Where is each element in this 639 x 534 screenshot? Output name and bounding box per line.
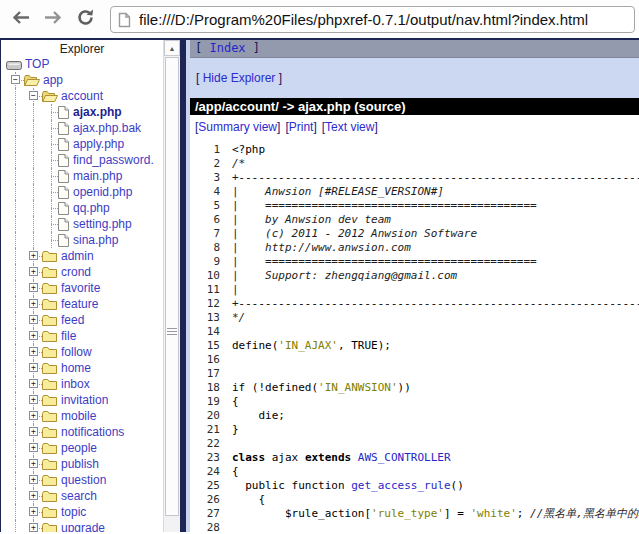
expander-plus-icon[interactable]: + <box>29 411 38 420</box>
tree-item-search[interactable]: +search <box>1 488 163 504</box>
url-input[interactable] <box>111 7 634 32</box>
tree-item-label[interactable]: apply.php <box>73 137 124 151</box>
tree-item-app[interactable]: −app <box>1 72 163 88</box>
tree-guide-line <box>33 152 34 168</box>
tree-item-label[interactable]: upgrade <box>61 521 105 532</box>
tree-item-label[interactable]: topic <box>61 505 86 519</box>
tree-item-top[interactable]: TOP <box>1 56 163 72</box>
tree-item-feed[interactable]: +feed <box>1 312 163 328</box>
tree-item-setting-php[interactable]: setting.php <box>1 216 163 232</box>
tree-item-people[interactable]: +people <box>1 440 163 456</box>
tree-item-account[interactable]: −account <box>1 88 163 104</box>
tree-item-openid-php[interactable]: openid.php <box>1 184 163 200</box>
tree-item-ajax-php-bak[interactable]: ajax.php.bak <box>1 120 163 136</box>
expander-plus-icon[interactable]: + <box>29 491 38 500</box>
summary-view-link[interactable]: Summary view <box>198 120 277 134</box>
tree-item-feature[interactable]: +feature <box>1 296 163 312</box>
expander-minus-icon[interactable]: − <box>11 75 20 84</box>
tree-item-favorite[interactable]: +favorite <box>1 280 163 296</box>
tree-item-label[interactable]: setting.php <box>73 217 132 231</box>
tree-item-label[interactable]: sina.php <box>73 233 118 247</box>
expander-plus-icon[interactable]: + <box>29 251 38 260</box>
tree-item-notifications[interactable]: +notifications <box>1 424 163 440</box>
tree-item-label[interactable]: feature <box>61 297 98 311</box>
tree-item-file[interactable]: +file <box>1 328 163 344</box>
tree-item-label[interactable]: invitation <box>61 393 108 407</box>
tree-item-inbox[interactable]: +inbox <box>1 376 163 392</box>
expander-plus-icon[interactable]: + <box>29 363 38 372</box>
expander-plus-icon[interactable]: + <box>29 443 38 452</box>
tree-item-label[interactable]: publish <box>61 457 99 471</box>
tree-item-question[interactable]: +question <box>1 472 163 488</box>
tree-item-label[interactable]: question <box>61 473 106 487</box>
tree-item-apply-php[interactable]: apply.php <box>1 136 163 152</box>
text-view-link[interactable]: Text view <box>325 120 374 134</box>
tree-item-label[interactable]: home <box>61 361 91 375</box>
expander-plus-icon[interactable]: + <box>29 459 38 468</box>
expander-plus-icon[interactable]: + <box>29 299 38 308</box>
reload-button[interactable] <box>72 6 98 32</box>
tree-item-invitation[interactable]: +invitation <box>1 392 163 408</box>
expander-plus-icon[interactable]: + <box>29 507 38 516</box>
scrollbar-up-arrow-icon[interactable]: ▲ <box>164 40 180 56</box>
tree-item-home[interactable]: +home <box>1 360 163 376</box>
tree-item-label[interactable]: qq.php <box>73 201 110 215</box>
forward-button[interactable] <box>40 6 66 32</box>
expander-minus-icon[interactable]: − <box>29 91 38 100</box>
tree-item-label[interactable]: inbox <box>61 377 90 391</box>
expander-plus-icon[interactable]: + <box>29 427 38 436</box>
expander-plus-icon[interactable]: + <box>29 523 38 532</box>
code-link[interactable]: AWS_CONTROLLER <box>358 451 451 464</box>
tree-item-main-php[interactable]: main.php <box>1 168 163 184</box>
back-button[interactable] <box>8 6 34 32</box>
expander-plus-icon[interactable]: + <box>29 395 38 404</box>
expander-plus-icon[interactable]: + <box>29 475 38 484</box>
tree-item-label[interactable]: file <box>61 329 76 343</box>
tree-item-label[interactable]: follow <box>61 345 92 359</box>
expander-plus-icon[interactable]: + <box>29 347 38 356</box>
tree-item-label[interactable]: app <box>43 73 63 87</box>
tree-item-label[interactable]: notifications <box>61 425 124 439</box>
tree-item-label[interactable]: openid.php <box>73 185 132 199</box>
tree-item-label[interactable]: ajax.php.bak <box>73 121 141 135</box>
tree-item-qq-php[interactable]: qq.php <box>1 200 163 216</box>
tree-item-label[interactable]: find_password. <box>73 153 154 167</box>
tree-item-label[interactable]: TOP <box>25 57 49 71</box>
tree-item-label[interactable]: feed <box>61 313 84 327</box>
frame-divider[interactable] <box>180 40 190 532</box>
tree-item-topic[interactable]: +topic <box>1 504 163 520</box>
print-link[interactable]: Print <box>289 120 314 134</box>
hide-explorer-link[interactable]: Hide Explorer <box>203 71 276 85</box>
expander-plus-icon[interactable]: + <box>29 315 38 324</box>
scrollbar-thumb[interactable] <box>165 57 179 516</box>
tree-item-sina-php[interactable]: sina.php <box>1 232 163 248</box>
tree-item-label[interactable]: favorite <box>61 281 100 295</box>
tree-item-find-password[interactable]: find_password. <box>1 152 163 168</box>
tree-item-publish[interactable]: +publish <box>1 456 163 472</box>
tree-item-label[interactable]: people <box>61 441 97 455</box>
tree-item-label[interactable]: mobile <box>61 409 96 423</box>
code-token: +---------------------------------------… <box>232 171 639 184</box>
tree-item-label[interactable]: main.php <box>73 169 122 183</box>
tree-item-follow[interactable]: +follow <box>1 344 163 360</box>
tree-item-ajax-php[interactable]: ajax.php <box>1 104 163 120</box>
tree-item-label[interactable]: ajax.php <box>73 105 122 119</box>
tree-item-label[interactable]: crond <box>61 265 91 279</box>
expander-plus-icon[interactable]: + <box>29 331 38 340</box>
tree-item-crond[interactable]: +crond <box>1 264 163 280</box>
tree-item-admin[interactable]: +admin <box>1 248 163 264</box>
expander-plus-icon[interactable]: + <box>29 379 38 388</box>
code-link[interactable]: get_access_rule <box>351 479 450 492</box>
source-code: 1<?php2/*3+-----------------------------… <box>190 143 639 532</box>
tree-item-upgrade[interactable]: +upgrade <box>1 520 163 532</box>
tree-item-label[interactable]: admin <box>61 249 94 263</box>
hide-explorer-bracket-left: [ <box>196 71 203 85</box>
tree-item-label[interactable]: account <box>61 89 103 103</box>
url-bar[interactable] <box>110 6 635 33</box>
tree-item-mobile[interactable]: +mobile <box>1 408 163 424</box>
explorer-scrollbar[interactable]: ▲ <box>163 40 180 532</box>
tree-item-label[interactable]: search <box>61 489 97 503</box>
expander-plus-icon[interactable]: + <box>29 283 38 292</box>
expander-plus-icon[interactable]: + <box>29 267 38 276</box>
index-link[interactable]: Index <box>209 41 245 55</box>
